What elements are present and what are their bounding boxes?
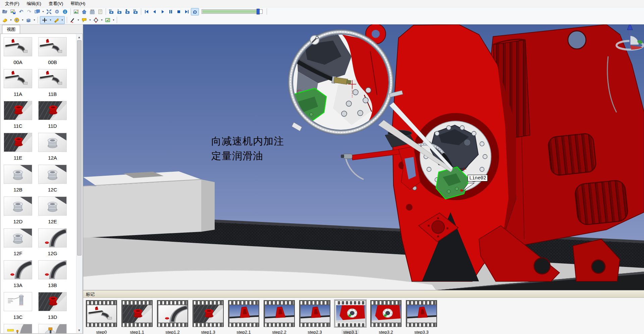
measure-diamond-button[interactable] [92, 16, 100, 24]
settings-gear-button[interactable]: ⚙ [53, 8, 61, 15]
toolbar-separator [38, 17, 38, 23]
loop-playback-button[interactable] [191, 8, 199, 15]
pause-button[interactable] [167, 8, 175, 15]
toolbar-separator [141, 8, 141, 15]
camera-play-button[interactable] [115, 8, 123, 15]
view-thumbnail[interactable]: 13D [38, 292, 67, 324]
move-part-button[interactable] [1, 16, 9, 24]
toolbar-separator [267, 8, 267, 15]
sidebar-tabstrip: 视图 [0, 24, 83, 34]
view-thumbnail[interactable]: 11B [38, 69, 67, 101]
step-thumbnail[interactable]: step1.2 [157, 300, 189, 334]
view-thumbnail-label: 13D [48, 314, 57, 320]
view-thumbnail[interactable]: 00A [4, 37, 32, 69]
undo-button[interactable]: ↶ [17, 8, 25, 15]
move-part-dropdown[interactable]: ▼ [9, 19, 13, 21]
view-thumbnail[interactable]: 13A [4, 260, 32, 292]
callout-flag-button[interactable] [80, 16, 88, 24]
step-thumbnail[interactable]: step3.3 [406, 300, 437, 334]
section-layers-dropdown[interactable]: ▼ [33, 19, 36, 21]
view-thumbnail-label: 13B [48, 282, 57, 288]
pan-crosshair-button[interactable] [41, 16, 49, 24]
view-thumbnail[interactable]: 11E [4, 133, 32, 165]
view-thumbnail[interactable]: 12E [38, 197, 67, 228]
play-button[interactable] [159, 8, 167, 15]
snapshot-button[interactable] [72, 8, 80, 15]
scrollbar-thumb[interactable] [77, 40, 82, 256]
sidebar-scrollbar[interactable]: ▲ ▼ [76, 34, 82, 333]
scroll-up-icon[interactable]: ▲ [76, 34, 82, 40]
open-button[interactable] [1, 8, 9, 15]
window-exchange-dropdown[interactable]: ▼ [41, 10, 45, 13]
view-thumbnail-label: 11C [13, 123, 22, 129]
view-thumbnail[interactable]: 11C [4, 101, 32, 133]
view-thumbnail[interactable]: 00B [38, 37, 67, 69]
view-thumbnail[interactable]: 12D [4, 197, 32, 228]
measure-diamond-dropdown[interactable]: ▼ [100, 19, 104, 21]
view-thumbnail[interactable]: 12A [38, 133, 67, 165]
3d-viewport[interactable]: 向减速机内加注 定量润滑油 Line02 [83, 24, 644, 290]
next-frame-button[interactable] [183, 8, 191, 15]
pen-annotation-dropdown[interactable]: ▼ [76, 19, 80, 21]
view-eye-button[interactable] [13, 16, 21, 24]
image-annotation-dropdown[interactable]: ▼ [112, 19, 115, 21]
camera-rewind-button[interactable] [107, 8, 115, 15]
animation-progress-bar[interactable] [202, 9, 263, 14]
view-thumbnail-label: 13A [13, 282, 22, 288]
menu-help[interactable]: 帮助(H) [67, 0, 89, 7]
fly-mode-dropdown[interactable]: ▼ [60, 19, 64, 21]
toolbar-separator [67, 17, 67, 23]
stop-button[interactable] [175, 8, 183, 15]
view-thumbnail[interactable]: 11D [38, 101, 67, 133]
menu-view[interactable]: 查看(V) [45, 0, 67, 7]
previous-frame-button[interactable] [151, 8, 159, 15]
view-thumbnail[interactable]: 12G [38, 228, 67, 260]
scroll-down-icon[interactable]: ▼ [76, 327, 82, 333]
view-thumbnail[interactable] [4, 324, 32, 334]
redo-button[interactable]: ↷ [25, 8, 33, 15]
view-thumbnail-label: 00A [13, 59, 22, 65]
line-annotation-label[interactable]: Line02 [468, 175, 488, 181]
step-thumbnail[interactable]: step2.1 [228, 300, 260, 334]
fly-mode-button[interactable] [52, 16, 60, 24]
marks-panel-header: 标记 [83, 290, 644, 298]
pen-annotation-button[interactable] [68, 16, 76, 24]
fit-view-button[interactable] [45, 8, 53, 15]
camera-stop-button[interactable] [123, 8, 131, 15]
menu-edit[interactable]: 编辑(E) [23, 0, 45, 7]
view-eye-dropdown[interactable]: ▼ [21, 19, 24, 21]
menu-file[interactable]: 文件(F) [1, 0, 23, 7]
tab-views[interactable]: 视图 [2, 25, 20, 34]
view-thumbnail[interactable]: 12B [4, 165, 32, 197]
view-thumbnail[interactable] [38, 324, 67, 334]
window-exchange-button[interactable] [33, 8, 41, 15]
view-thumbnail[interactable]: 11A [4, 69, 32, 101]
step-thumbnail[interactable]: step2.3 [299, 300, 331, 334]
step-thumbnail-selected[interactable]: step3.1 [334, 300, 366, 334]
view-thumbnail-label: 11D [48, 123, 57, 129]
section-layers-button[interactable] [24, 16, 33, 24]
callout-flag-dropdown[interactable]: ▼ [88, 19, 92, 21]
about-info-button[interactable] [61, 8, 69, 15]
view-thumbnail[interactable]: 13C [4, 292, 32, 324]
save-image-button[interactable] [9, 8, 17, 15]
camera-forward-button[interactable] [131, 8, 140, 15]
bom-table-button[interactable]: BOM [88, 8, 96, 15]
view-thumbnail[interactable]: 12F [4, 228, 32, 260]
step-thumbnail[interactable]: step1.3 [192, 300, 224, 334]
notes-button[interactable] [96, 8, 104, 15]
step-thumbnail[interactable]: step3.2 [370, 300, 402, 334]
annotation-text[interactable]: 向减速机内加注 定量润滑油 [211, 134, 284, 163]
step-thumbnail[interactable]: step1.1 [121, 300, 153, 334]
annotation-line1: 向减速机内加注 [211, 134, 284, 149]
step-thumbnail[interactable]: step0 [86, 300, 117, 334]
first-frame-button[interactable] [143, 8, 151, 15]
pan-dropdown[interactable]: ▼ [49, 19, 52, 21]
animation-progress-thumb[interactable] [257, 9, 260, 14]
view-thumbnail[interactable]: 12C [38, 165, 67, 197]
step-thumbnail[interactable]: step2.2 [263, 300, 295, 334]
view-thumbnail-label: 11E [14, 155, 22, 161]
view-thumbnail[interactable]: 13B [38, 260, 67, 292]
home-view-button[interactable] [80, 8, 88, 15]
image-annotation-button[interactable] [104, 16, 112, 24]
